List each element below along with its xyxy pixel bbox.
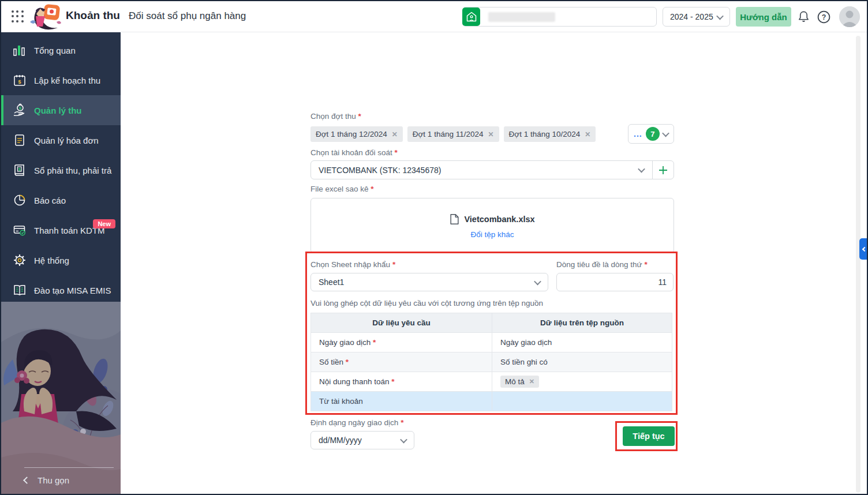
header-row-label: Dòng tiêu đề là dòng thứ: [556, 260, 648, 269]
app-grid-icon[interactable]: [12, 10, 24, 23]
ledger-icon: $: [12, 163, 28, 177]
collapse-label: Thu gọn: [38, 475, 69, 485]
table-row[interactable]: Ngày giao dịch Ngày giao dịch: [311, 332, 672, 352]
sidebar-item-label: Quản lý hóa đơn: [34, 136, 99, 145]
source-field: Số tiền ghi có: [500, 358, 548, 366]
sidebar-item-thanh-toan-kdtm[interactable]: Thanh toán KDTM New: [1, 215, 121, 245]
sidebar-item-label: Sổ phải thu, phải trả: [34, 166, 111, 175]
collapse-sidebar-button[interactable]: Thu gọn: [1, 467, 121, 495]
page-title: Đối soát sổ phụ ngân hàng: [129, 10, 246, 22]
school-year-value: 2024 - 2025: [670, 12, 713, 21]
add-account-button[interactable]: [653, 161, 674, 179]
home-icon: [466, 11, 477, 22]
account-label: Chọn tài khoản đối soát: [310, 148, 398, 157]
header-row-input[interactable]: 11: [556, 273, 674, 291]
help-button[interactable]: ?: [816, 9, 831, 25]
app-window: Khoản thu Đối soát sổ phụ ngân hàng 2024…: [0, 0, 868, 495]
table-row-selected[interactable]: Từ tài khoản: [311, 391, 672, 411]
gear-icon: [12, 253, 28, 267]
sidebar-item-bao-cao[interactable]: Báo cáo: [1, 185, 121, 215]
sidebar-item-label: Đào tạo MISA EMIS: [34, 286, 111, 295]
guide-button[interactable]: Hướng dẫn: [736, 7, 791, 27]
svg-text:$: $: [18, 79, 21, 85]
header-row-value: 11: [658, 278, 667, 287]
batch-overflow-dropdown[interactable]: ... 7: [628, 124, 674, 144]
chevron-down-icon: [716, 12, 724, 20]
expand-panel-tab[interactable]: [859, 238, 868, 260]
user-avatar[interactable]: [839, 6, 860, 27]
chevron-down-icon: [400, 436, 407, 443]
sidebar-item-quan-ly-hoa-don[interactable]: Quản lý hóa đơn: [1, 125, 121, 155]
school-year-select[interactable]: 2024 - 2025: [663, 7, 730, 27]
chevron-left-icon: [862, 246, 866, 251]
source-field-empty[interactable]: [492, 391, 672, 411]
batch-tag-label: Đợt 1 tháng 12/2024: [316, 130, 387, 138]
scrollbar[interactable]: [856, 36, 860, 493]
account-select[interactable]: VIETCOMBANK (STK: 12345678): [310, 160, 674, 179]
batch-multiselect[interactable]: Đợt 1 tháng 12/2024 ✕ Đợt 1 tháng 11/202…: [310, 126, 596, 142]
svg-text:$: $: [18, 167, 21, 172]
sheet-select[interactable]: Sheet1: [310, 273, 548, 291]
home-button[interactable]: [462, 7, 480, 26]
sidebar-item-dao-tao-misa-emis[interactable]: Đào tạo MISA EMIS: [1, 275, 121, 305]
svg-text:?: ?: [821, 13, 826, 21]
sidebar-item-tong-quan[interactable]: Tổng quan: [1, 35, 121, 65]
chevron-left-icon: [23, 477, 31, 484]
batch-label: Chọn đợt thu: [310, 112, 361, 121]
app-title: Khoản thu: [66, 9, 120, 22]
bar-chart-icon: [12, 43, 28, 57]
table-row[interactable]: Nội dung thanh toán Mô tả ✕: [311, 372, 672, 391]
remove-tag-icon[interactable]: ✕: [585, 130, 590, 138]
notification-bell-button[interactable]: [796, 9, 811, 25]
date-format-select[interactable]: dd/MM/yyyy: [310, 431, 414, 449]
batch-tag[interactable]: Đợt 1 tháng 12/2024 ✕: [310, 126, 403, 142]
hand-money-icon: $: [12, 103, 28, 117]
batch-tag-label: Đợt 1 tháng 11/2024: [413, 130, 484, 138]
file-icon: [450, 213, 459, 225]
required-field: Nội dung thanh toán: [319, 377, 395, 386]
sidebar: Tổng quan $ Lập kế hoạch thu: [1, 32, 121, 495]
account-value: VIETCOMBANK (STK: 12345678): [311, 166, 639, 175]
svg-text:$: $: [19, 106, 22, 111]
ellipsis-label: ...: [634, 129, 642, 138]
remove-tag-icon[interactable]: ✕: [488, 130, 493, 138]
sidebar-divider: [24, 467, 114, 468]
school-search-box[interactable]: [462, 7, 657, 27]
remove-tag-icon[interactable]: ✕: [392, 130, 398, 138]
sidebar-item-so-phai-thu[interactable]: $ Sổ phải thu, phải trả: [1, 155, 121, 185]
sidebar-nav: Tổng quan $ Lập kế hoạch thu: [1, 32, 121, 305]
required-field: Ngày giao dịch: [319, 338, 376, 347]
change-file-link[interactable]: Đổi tệp khác: [470, 230, 514, 239]
batch-tag-label: Đợt 1 tháng 10/2024: [509, 130, 581, 138]
sidebar-item-he-thong[interactable]: Hệ thống: [1, 245, 121, 275]
source-tag-label: Mô tả: [505, 377, 525, 386]
table-row[interactable]: Số tiền Số tiền ghi có: [311, 352, 672, 372]
remove-tag-icon[interactable]: ✕: [529, 378, 534, 385]
card-check-icon: [12, 223, 28, 237]
sidebar-item-label: Lập kế hoạch thu: [34, 76, 100, 85]
sidebar-illustration: [1, 302, 121, 495]
redacted-school-name: [488, 12, 555, 22]
chevron-down-icon: [662, 129, 669, 137]
batch-tag[interactable]: Đợt 1 tháng 11/2024 ✕: [407, 126, 499, 142]
question-mark-icon: ?: [817, 10, 831, 24]
main-content: [121, 32, 867, 494]
app-logo: [28, 2, 63, 35]
source-field: Ngày giao dịch: [500, 338, 552, 347]
chevron-down-icon: [638, 166, 645, 173]
bell-icon: [797, 10, 810, 24]
open-book-icon: [12, 283, 28, 297]
continue-button[interactable]: Tiếp tục: [623, 426, 675, 446]
sidebar-item-label: Hệ thống: [34, 256, 69, 265]
sidebar-item-quan-ly-thu[interactable]: $ Quản lý thu: [1, 95, 121, 125]
table-header-row: Dữ liệu yêu cầu Dữ liệu trên tệp nguồn: [311, 313, 672, 332]
file-upload-box[interactable]: Vietcombank.xlsx Đổi tệp khác: [310, 198, 674, 253]
selected-count-badge: 7: [646, 127, 660, 141]
mapping-hint: Vui lòng ghép cột dữ liệu yêu cầu với cộ…: [310, 299, 543, 308]
source-tag[interactable]: Mô tả ✕: [500, 376, 539, 388]
date-format-value: dd/MM/yyyy: [319, 436, 362, 445]
plus-icon: [658, 165, 668, 175]
sidebar-item-lap-ke-hoach-thu[interactable]: $ Lập kế hoạch thu: [1, 65, 121, 95]
sidebar-item-label: Tổng quan: [34, 46, 76, 55]
batch-tag[interactable]: Đợt 1 tháng 10/2024 ✕: [504, 126, 596, 142]
